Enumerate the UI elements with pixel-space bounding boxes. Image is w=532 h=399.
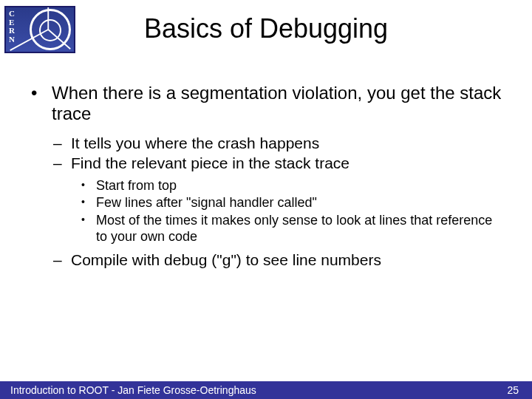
slide-title: Basics of Debugging bbox=[0, 13, 532, 44]
bullet-level2: – It tells you where the crash happens bbox=[53, 134, 504, 153]
slide: CERN Basics of Debugging • When there is… bbox=[0, 0, 532, 399]
bullet-level2: – Compile with debug ("g") to see line n… bbox=[53, 250, 504, 270]
bullet-level3: • Start from top bbox=[81, 177, 504, 194]
disc-bullet-icon: • bbox=[81, 177, 96, 194]
bullet-level3: • Most of the times it makes only sense … bbox=[81, 212, 504, 245]
bullet-text: Start from top bbox=[96, 177, 504, 194]
slide-body: • When there is a segmentation violation… bbox=[31, 83, 504, 270]
disc-bullet-icon: • bbox=[31, 83, 52, 125]
dash-bullet-icon: – bbox=[53, 134, 71, 153]
slide-footer: Introduction to ROOT - Jan Fiete Grosse-… bbox=[0, 381, 532, 399]
bullet-level1: • When there is a segmentation violation… bbox=[31, 83, 504, 125]
bullet-text: Find the relevant piece in the stack tra… bbox=[71, 154, 504, 173]
bullet-text: Compile with debug ("g") to see line num… bbox=[71, 250, 504, 270]
bullet-text: When there is a segmentation violation, … bbox=[52, 83, 504, 125]
bullet-text: Most of the times it makes only sense to… bbox=[96, 212, 504, 245]
disc-bullet-icon: • bbox=[81, 194, 96, 211]
bullet-level3: • Few lines after "signal handler called… bbox=[81, 194, 504, 211]
bullet-text: It tells you where the crash happens bbox=[71, 134, 504, 153]
bullet-level2: – Find the relevant piece in the stack t… bbox=[53, 154, 504, 173]
bullet-text: Few lines after "signal handler called" bbox=[96, 194, 504, 211]
footer-left-text: Introduction to ROOT - Jan Fiete Grosse-… bbox=[10, 384, 256, 396]
footer-page-number: 25 bbox=[507, 384, 519, 396]
disc-bullet-icon: • bbox=[81, 212, 96, 245]
dash-bullet-icon: – bbox=[53, 250, 71, 270]
dash-bullet-icon: – bbox=[53, 154, 71, 173]
